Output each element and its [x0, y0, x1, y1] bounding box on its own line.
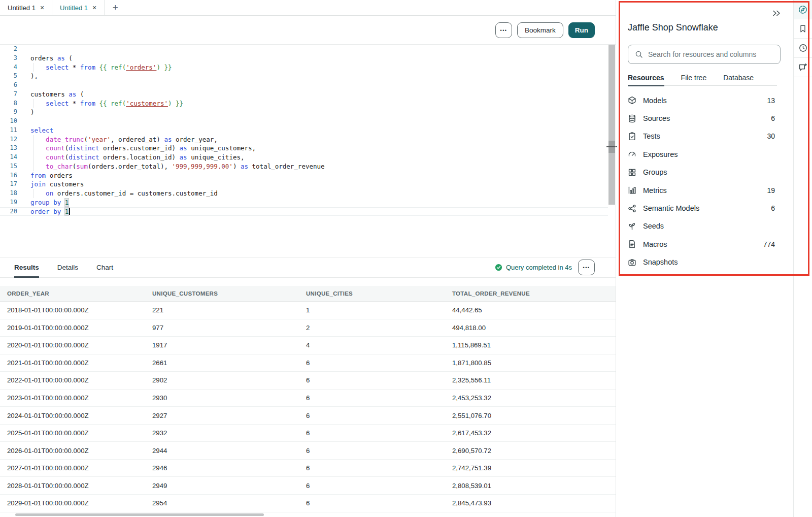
plus-icon: + [113, 2, 118, 13]
code-line-19[interactable]: 19group by 1 [0, 198, 608, 207]
resource-item-exposures[interactable]: Exposures [628, 145, 783, 163]
more-options-button[interactable]: ••• [495, 22, 512, 38]
resource-item-macros[interactable]: Macros774 [628, 235, 783, 253]
table-row[interactable]: 2021-01-01T00:00:00.000Z266161,871,800.8… [0, 354, 616, 372]
sql-code-editor[interactable]: 23orders as (4 select * from {{ ref('ord… [0, 45, 608, 257]
tab-database[interactable]: Database [723, 70, 754, 85]
code-line-17[interactable]: 17join customers [0, 180, 608, 189]
code-text: order by 1 [30, 207, 608, 216]
column-header[interactable]: UNIQUE_CUSTOMERS [152, 290, 306, 297]
resource-item-groups[interactable]: Groups [628, 164, 783, 181]
code-line-18[interactable]: 18 on orders.customer_id = customers.cus… [0, 189, 608, 198]
code-line-2[interactable]: 2 [0, 45, 608, 54]
code-line-12[interactable]: 12 date_trunc('year', ordered_at) as ord… [0, 135, 608, 144]
code-line-11[interactable]: 11select [0, 126, 608, 135]
table-row[interactable]: 2018-01-01T00:00:00.000Z221144,442.65 [0, 302, 616, 319]
ellipsis-icon: ••• [500, 28, 507, 33]
tab-untitled-1-active[interactable]: Untitled 1 × [52, 0, 105, 15]
history-clock-rail-button[interactable] [794, 39, 812, 58]
resource-item-metrics[interactable]: Metrics19 [628, 181, 783, 199]
table-cell: 2,808,539.01 [452, 482, 616, 490]
code-line-20[interactable]: 20order by 1 [0, 207, 608, 216]
camera-icon [628, 258, 636, 267]
table-row[interactable]: 2025-01-01T00:00:00.000Z293262,617,453.3… [0, 425, 616, 442]
tab-resources[interactable]: Resources [628, 70, 664, 85]
line-number: 9 [0, 108, 17, 117]
table-row[interactable]: 2022-01-01T00:00:00.000Z290262,325,556.1… [0, 372, 616, 390]
table-cell: 6 [306, 447, 452, 455]
new-tab-button[interactable]: + [105, 0, 126, 15]
code-line-4[interactable]: 4 select * from {{ ref('orders') }} [0, 63, 608, 72]
scrollbar-thumb[interactable] [608, 45, 615, 205]
code-line-14[interactable]: 14 count(distinct orders.location_id) as… [0, 153, 608, 162]
code-text: count(distinct orders.customer_id) as un… [30, 144, 608, 153]
resource-label: Sources [643, 114, 670, 122]
resource-item-seeds[interactable]: Seeds [628, 217, 783, 235]
code-text: select [30, 126, 608, 135]
line-number: 6 [0, 81, 17, 90]
table-row[interactable]: 2027-01-01T00:00:00.000Z294662,742,751.3… [0, 460, 616, 477]
code-line-6[interactable]: 6 [0, 81, 608, 90]
code-line-3[interactable]: 3orders as ( [0, 54, 608, 63]
table-row[interactable]: 2028-01-01T00:00:00.000Z294962,808,539.0… [0, 477, 616, 495]
table-cell: 6 [306, 376, 452, 384]
table-cell: 977 [152, 324, 306, 332]
tab-untitled-1[interactable]: Untitled 1 × [0, 0, 52, 15]
table-row[interactable]: 2019-01-01T00:00:00.000Z9772494,818.00 [0, 319, 616, 337]
resource-item-tests[interactable]: Tests30 [628, 127, 783, 145]
table-row[interactable]: 2023-01-01T00:00:00.000Z293062,453,253.3… [0, 390, 616, 407]
chat-plus-rail-button[interactable] [794, 58, 812, 77]
code-line-7[interactable]: 7customers as ( [0, 90, 608, 99]
close-icon[interactable]: × [40, 4, 44, 11]
bookmark-rail-button[interactable] [794, 19, 812, 39]
table-cell: 2,325,556.11 [452, 376, 616, 384]
horizontal-scrollbar-thumb[interactable] [15, 513, 264, 516]
table-row[interactable]: 2029-01-01T00:00:00.000Z295462,845,473.9… [0, 495, 616, 512]
results-tab-bar: Results Details Chart Query completed in… [0, 257, 616, 278]
table-row[interactable]: 2020-01-01T00:00:00.000Z191741,115,869.5… [0, 337, 616, 354]
table-cell: 221 [152, 306, 306, 314]
results-panel: Results Details Chart Query completed in… [0, 257, 616, 512]
resource-item-snapshots[interactable]: Snapshots [628, 253, 783, 271]
resource-search-box[interactable] [628, 45, 781, 64]
line-number: 5 [0, 72, 17, 81]
run-button[interactable]: Run [568, 22, 595, 38]
pane-resize-handle[interactable] [608, 141, 615, 153]
compass-rail-button[interactable] [794, 0, 812, 19]
search-input[interactable] [648, 50, 773, 58]
code-text: ), [30, 72, 608, 81]
table-cell: 2021-01-01T00:00:00.000Z [0, 359, 152, 367]
column-header[interactable]: TOTAL_ORDER_REVENUE [452, 290, 616, 297]
table-row[interactable]: 2026-01-01T00:00:00.000Z294462,690,570.7… [0, 442, 616, 460]
code-line-15[interactable]: 15 to_char(sum(orders.order_total), '999… [0, 162, 608, 171]
tab-results[interactable]: Results [14, 257, 39, 277]
tab-file-tree[interactable]: File tree [681, 70, 707, 85]
column-header[interactable]: ORDER_YEAR [0, 290, 152, 297]
column-header[interactable]: UNIQUE_CITIES [306, 290, 452, 297]
results-more-button[interactable]: ••• [578, 260, 595, 275]
close-icon[interactable]: × [92, 4, 96, 11]
table-cell: 2,690,570.72 [452, 447, 616, 455]
code-line-13[interactable]: 13 count(distinct orders.customer_id) as… [0, 144, 608, 153]
table-cell: 1 [306, 306, 452, 314]
bookmark-button[interactable]: Bookmark [517, 22, 563, 38]
line-number: 2 [0, 45, 17, 54]
code-line-9[interactable]: 9) [0, 108, 608, 117]
table-row[interactable]: 2024-01-01T00:00:00.000Z292762,551,076.7… [0, 407, 616, 425]
code-line-8[interactable]: 8 select * from {{ ref('customers') }} [0, 99, 608, 108]
results-spacer [0, 278, 616, 286]
tab-details[interactable]: Details [57, 257, 78, 277]
code-line-10[interactable]: 10 [0, 117, 608, 126]
tab-chart[interactable]: Chart [96, 257, 113, 277]
resource-item-semantic-models[interactable]: Semantic Models6 [628, 199, 783, 217]
code-line-16[interactable]: 16from orders [0, 171, 608, 180]
collapse-sidebar-button[interactable] [772, 10, 781, 17]
code-line-5[interactable]: 5), [0, 72, 608, 81]
line-number: 10 [0, 117, 17, 126]
line-number: 3 [0, 54, 17, 63]
resource-item-models[interactable]: Models13 [628, 91, 783, 109]
code-text [30, 81, 608, 90]
resource-item-sources[interactable]: Sources6 [628, 109, 783, 127]
table-cell: 2029-01-01T00:00:00.000Z [0, 499, 152, 507]
chevron-double-right-icon [772, 10, 781, 17]
